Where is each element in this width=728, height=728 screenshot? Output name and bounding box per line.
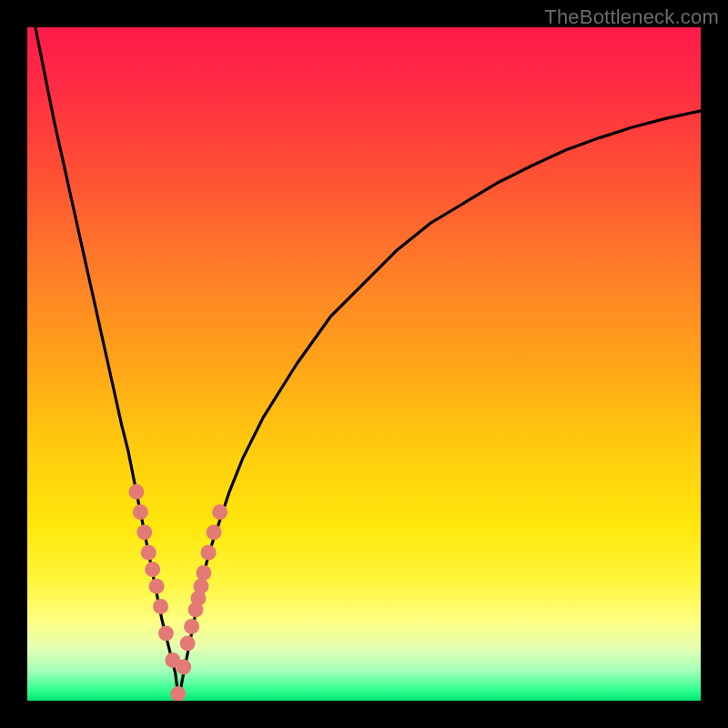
marker-dot xyxy=(141,545,157,561)
plot-area xyxy=(27,27,701,701)
marker-dot xyxy=(128,484,144,500)
marker-dot xyxy=(196,565,211,581)
marker-dot xyxy=(176,660,191,675)
bottleneck-curve xyxy=(27,27,701,701)
marker-dot xyxy=(212,504,228,520)
marker-dot xyxy=(158,626,174,642)
chart-frame: TheBottleneck.com xyxy=(0,0,728,728)
marker-dot xyxy=(184,619,199,634)
watermark-text: TheBottleneck.com xyxy=(544,5,719,29)
marker-dot xyxy=(180,636,196,652)
marker-dot xyxy=(201,545,217,561)
marker-dots xyxy=(128,484,228,701)
marker-dot xyxy=(145,561,160,577)
marker-dot xyxy=(149,579,165,594)
marker-dot xyxy=(133,504,148,520)
marker-dot xyxy=(170,686,186,701)
marker-dot xyxy=(153,599,168,614)
marker-dot xyxy=(193,579,208,594)
marker-dot xyxy=(206,525,221,541)
curve-layer xyxy=(27,27,701,701)
marker-dot xyxy=(136,525,152,541)
